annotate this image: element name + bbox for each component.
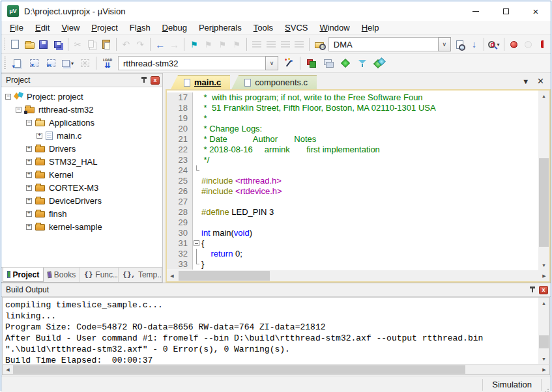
tree-item-devicedrivers[interactable]: +DeviceDrivers (1, 194, 162, 207)
tree-item-kernel-sample[interactable]: +kernel-sample (1, 220, 162, 233)
find-in-document-button[interactable] (454, 37, 467, 51)
expand-icon[interactable]: + (26, 198, 32, 204)
editor-tab-components-c[interactable]: components.c (231, 75, 317, 89)
build-button[interactable] (26, 56, 42, 70)
tree-item-drivers[interactable]: +Drivers (1, 142, 162, 155)
fold-margin[interactable] (193, 238, 201, 249)
fold-collapse-icon[interactable] (194, 240, 199, 246)
tab-list-dropdown-icon[interactable]: ▼ (522, 77, 529, 85)
menu-peripherals[interactable]: Peripherals (193, 21, 248, 34)
editor-vertical-scrollbar[interactable]: ▲ ▼ (538, 91, 549, 270)
tree-item-main-c[interactable]: +main.c (1, 129, 162, 142)
scroll-left-icon[interactable]: ◀ (3, 364, 13, 375)
close-icon[interactable]: x (539, 286, 548, 294)
toolbar-grip[interactable] (4, 38, 5, 51)
tree-item-cortex-m3[interactable]: +CORTEX-M3 (1, 181, 162, 194)
rebuild-button[interactable] (43, 56, 59, 70)
panel-tab-books[interactable]: Books (44, 268, 80, 282)
save-all-button[interactable] (51, 37, 65, 51)
scroll-down-icon[interactable]: ▼ (538, 260, 549, 270)
tree-item-kernel[interactable]: +Kernel (1, 168, 162, 181)
resize-grip[interactable] (542, 376, 551, 392)
incremental-find-button[interactable] (468, 37, 481, 51)
manage-project-items-button[interactable] (304, 56, 319, 70)
lookup-button[interactable]: ▾ (487, 37, 501, 51)
expand-icon[interactable]: + (36, 133, 42, 139)
scroll-thumb[interactable] (539, 335, 549, 348)
tree-item-rtthread-stm32[interactable]: −rtthread-stm32 (1, 103, 162, 116)
output-horizontal-scrollbar[interactable]: ◀ ▶ (2, 364, 550, 375)
bookmark-toggle-button[interactable] (188, 37, 201, 51)
navigate-back-button[interactable] (154, 37, 167, 51)
manage-workspace-button[interactable] (321, 56, 336, 70)
pin-icon[interactable] (141, 76, 148, 85)
expand-icon[interactable]: + (26, 185, 32, 191)
minimize-button[interactable] (461, 1, 491, 21)
new-file-button[interactable] (8, 37, 22, 51)
menu-edit[interactable]: Edit (29, 21, 55, 34)
close-icon[interactable]: x (151, 76, 160, 85)
find-text-combo[interactable]: DMA∨ (328, 37, 451, 51)
options-for-target-button[interactable] (281, 56, 297, 70)
pin-icon[interactable] (529, 286, 536, 294)
menu-window[interactable]: Window (313, 21, 355, 34)
scroll-thumb[interactable] (179, 271, 270, 281)
maximize-button[interactable] (491, 1, 521, 21)
save-button[interactable] (37, 37, 50, 51)
close-document-icon[interactable]: ✕ (537, 76, 544, 86)
breakpoint-clip-button[interactable] (536, 37, 549, 51)
close-button[interactable]: × (521, 1, 551, 21)
scroll-right-icon[interactable]: ▶ (539, 364, 549, 375)
collapse-icon[interactable]: − (5, 94, 11, 100)
code-area[interactable]: 17 * with this program; if not, write to… (167, 91, 538, 270)
target-select-combo-dropdown-icon[interactable]: ∨ (265, 56, 278, 70)
scroll-thumb[interactable] (13, 365, 465, 374)
menu-view[interactable]: View (55, 21, 85, 34)
scroll-up-icon[interactable]: ▲ (538, 298, 549, 308)
manage-run-time-environment-button[interactable] (371, 56, 387, 70)
expand-icon[interactable]: + (26, 224, 32, 230)
scroll-thumb[interactable] (539, 158, 549, 247)
scroll-left-icon[interactable]: ◀ (167, 270, 177, 281)
translate-button[interactable] (9, 56, 25, 70)
batch-build-button[interactable]: ▾ (60, 56, 76, 70)
find-text-combo-dropdown-icon[interactable]: ∨ (438, 37, 451, 51)
batch-build-caret-icon[interactable]: ▾ (71, 61, 74, 66)
panel-tab-project[interactable]: Project (3, 268, 44, 282)
tree-item-applications[interactable]: −Applications (1, 116, 162, 129)
target-select-combo-value[interactable]: rtthread-stm32 (118, 56, 265, 70)
panel-tab-temp[interactable]: {},Temp... (119, 268, 162, 282)
menu-debug[interactable]: Debug (156, 21, 193, 34)
scroll-down-icon[interactable]: ▼ (538, 354, 549, 364)
open-file-button[interactable] (23, 37, 36, 51)
expand-icon[interactable]: + (26, 146, 32, 152)
breakpoint-toggle-button[interactable] (508, 37, 521, 51)
scroll-right-icon[interactable]: ▶ (539, 270, 549, 281)
scroll-up-icon[interactable]: ▲ (538, 91, 549, 101)
output-vertical-scrollbar[interactable]: ▲ ▼ (538, 298, 549, 364)
find-text-combo-value[interactable]: DMA (328, 37, 438, 51)
collapse-icon[interactable]: − (16, 107, 22, 113)
collapse-icon[interactable]: − (26, 120, 32, 126)
panel-tab-func[interactable]: {}Func... (80, 268, 119, 282)
editor-horizontal-scrollbar[interactable]: ◀ ▶ (167, 270, 549, 281)
menu-file[interactable]: File (4, 21, 29, 34)
expand-icon[interactable]: + (26, 172, 32, 178)
menu-project[interactable]: Project (85, 21, 123, 34)
menu-tools[interactable]: Tools (248, 21, 279, 34)
download-button[interactable] (100, 56, 115, 70)
toolbar-grip[interactable] (4, 57, 6, 70)
tree-item-finsh[interactable]: +finsh (1, 207, 162, 220)
tree-item-project-project[interactable]: −Project: project (1, 90, 162, 103)
paste-button[interactable] (100, 37, 113, 51)
menu-help[interactable]: Help (356, 21, 385, 34)
find-in-files-button[interactable] (313, 37, 326, 51)
tree-item-stm32-hal[interactable]: +STM32_HAL (1, 155, 162, 168)
expand-icon[interactable]: + (26, 211, 32, 217)
select-software-packs-button[interactable] (338, 56, 353, 70)
menu-svcs[interactable]: SVCS (279, 21, 313, 34)
expand-icon[interactable]: + (26, 159, 32, 165)
lookup-caret-icon[interactable]: ▾ (497, 42, 499, 48)
menu-flash[interactable]: Flash (124, 21, 156, 34)
pack-installer-button[interactable] (355, 56, 370, 70)
